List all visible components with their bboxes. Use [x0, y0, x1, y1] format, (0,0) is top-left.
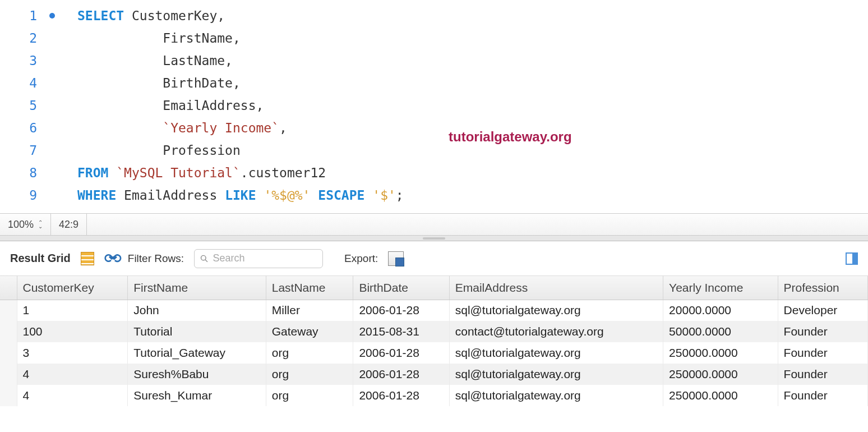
table-cell[interactable]: Suresh_Kumar	[128, 385, 266, 406]
table-cell[interactable]: sql@tutorialgateway.org	[449, 300, 663, 321]
row-selector[interactable]	[0, 300, 17, 321]
table-cell[interactable]: 250000.0000	[663, 342, 778, 364]
row-selector[interactable]	[0, 321, 17, 342]
table-cell[interactable]: Gateway	[266, 321, 353, 342]
column-header[interactable]: FirstName	[128, 276, 266, 300]
table-cell[interactable]: 2006-01-28	[353, 342, 449, 364]
code-line[interactable]: 5 EmailAddress,	[0, 94, 868, 117]
result-grid-label: Result Grid	[10, 252, 71, 265]
code-text[interactable]: EmailAddress,	[44, 98, 264, 113]
table-cell[interactable]: 2006-01-28	[353, 300, 449, 321]
column-header[interactable]: CustomerKey	[17, 276, 128, 300]
breakpoint-icon[interactable]	[49, 13, 55, 19]
sql-editor[interactable]: 1SELECT CustomerKey,2 FirstName,3 LastNa…	[0, 0, 868, 213]
code-text[interactable]: SELECT CustomerKey,	[44, 8, 225, 23]
table-cell[interactable]: org	[266, 342, 353, 364]
code-text[interactable]: WHERE EmailAddress LIKE '%$@%' ESCAPE '$…	[44, 188, 404, 203]
code-text[interactable]: LastName,	[44, 53, 233, 68]
table-row[interactable]: 1JohnMiller2006-01-28sql@tutorialgateway…	[0, 300, 868, 321]
export-icon[interactable]	[388, 251, 404, 266]
code-line[interactable]: 7 Profession	[0, 139, 868, 162]
table-cell[interactable]: org	[266, 385, 353, 406]
table-cell[interactable]: Miller	[266, 300, 353, 321]
code-line[interactable]: 8FROM `MySQL Tutorial`.customer12	[0, 162, 868, 184]
results-table[interactable]: CustomerKeyFirstNameLastNameBirthDateEma…	[0, 276, 868, 406]
results-toolbar: Result Grid ⟳⟲ Filter Rows: Export:	[0, 241, 868, 276]
code-text[interactable]: Profession	[44, 143, 241, 158]
row-selector[interactable]	[0, 364, 17, 385]
panel-toggle-icon[interactable]	[846, 252, 858, 265]
table-cell[interactable]: org	[266, 364, 353, 385]
line-number: 4	[0, 76, 44, 90]
watermark: tutorialgateway.org	[449, 129, 572, 145]
column-header[interactable]: Profession	[778, 276, 867, 300]
table-row[interactable]: 4Suresh_Kumarorg2006-01-28sql@tutorialga…	[0, 385, 868, 406]
table-cell[interactable]: 100	[17, 321, 128, 342]
table-cell[interactable]: 2006-01-28	[353, 364, 449, 385]
column-header[interactable]: EmailAddress	[449, 276, 663, 300]
zoom-stepper[interactable]: ⌃ ⌄	[38, 220, 43, 228]
code-line[interactable]: 4 BirthDate,	[0, 72, 868, 94]
code-text[interactable]: `Yearly Income`,	[44, 121, 287, 135]
code-line[interactable]: 1SELECT CustomerKey,	[0, 4, 868, 27]
status-bar: 100% ⌃ ⌄ 42:9	[0, 213, 868, 236]
table-row[interactable]: 4Suresh%Babuorg2006-01-28sql@tutorialgat…	[0, 364, 868, 385]
line-number: 2	[0, 31, 44, 45]
table-row[interactable]: 3Tutorial_Gatewayorg2006-01-28sql@tutori…	[0, 342, 868, 364]
line-number: 8	[0, 166, 44, 180]
code-line[interactable]: 6 `Yearly Income`,	[0, 117, 868, 139]
code-text[interactable]: BirthDate,	[44, 76, 241, 90]
table-cell[interactable]: 250000.0000	[663, 364, 778, 385]
grid-icon[interactable]	[81, 252, 94, 265]
table-cell[interactable]: Tutorial_Gateway	[128, 342, 266, 364]
table-cell[interactable]: 2006-01-28	[353, 385, 449, 406]
table-cell[interactable]: Developer	[778, 300, 867, 321]
table-cell[interactable]: Founder	[778, 342, 867, 364]
line-number: 7	[0, 143, 44, 158]
table-cell[interactable]: 2015-08-31	[353, 321, 449, 342]
column-header[interactable]: LastName	[266, 276, 353, 300]
code-line[interactable]: 3 LastName,	[0, 49, 868, 72]
export-label: Export:	[344, 252, 378, 265]
zoom-value: 100%	[8, 219, 34, 231]
line-number: 9	[0, 188, 44, 203]
table-cell[interactable]: Founder	[778, 364, 867, 385]
splitter-handle-icon[interactable]	[423, 237, 445, 240]
row-selector[interactable]	[0, 385, 17, 406]
refresh-icon[interactable]: ⟳⟲	[104, 251, 118, 266]
table-cell[interactable]: 4	[17, 364, 128, 385]
zoom-level[interactable]: 100% ⌃ ⌄	[0, 214, 51, 235]
row-selector[interactable]	[0, 342, 17, 364]
cursor-value: 42:9	[59, 219, 79, 231]
table-cell[interactable]: 50000.0000	[663, 321, 778, 342]
line-number: 3	[0, 53, 44, 68]
code-line[interactable]: 9WHERE EmailAddress LIKE '%$@%' ESCAPE '…	[0, 184, 868, 206]
column-header[interactable]: Yearly Income	[663, 276, 778, 300]
chevron-down-icon[interactable]: ⌄	[38, 224, 43, 228]
column-header[interactable]: BirthDate	[353, 276, 449, 300]
table-cell[interactable]: 20000.0000	[663, 300, 778, 321]
line-number: 6	[0, 121, 44, 135]
table-cell[interactable]: 250000.0000	[663, 385, 778, 406]
table-cell[interactable]: sql@tutorialgateway.org	[449, 342, 663, 364]
table-cell[interactable]: Founder	[778, 321, 867, 342]
code-text[interactable]: FROM `MySQL Tutorial`.customer12	[44, 166, 326, 180]
pane-splitter[interactable]	[0, 236, 868, 241]
table-cell[interactable]: 4	[17, 385, 128, 406]
search-icon	[200, 254, 208, 263]
table-row[interactable]: 100TutorialGateway2015-08-31contact@tuto…	[0, 321, 868, 342]
table-cell[interactable]: Suresh%Babu	[128, 364, 266, 385]
code-line[interactable]: 2 FirstName,	[0, 27, 868, 49]
table-cell[interactable]: sql@tutorialgateway.org	[449, 385, 663, 406]
table-cell[interactable]: Founder	[778, 385, 867, 406]
table-cell[interactable]: 3	[17, 342, 128, 364]
row-selector-header	[0, 276, 17, 300]
table-cell[interactable]: contact@tutorialgateway.org	[449, 321, 663, 342]
filter-search[interactable]	[194, 249, 323, 268]
table-cell[interactable]: 1	[17, 300, 128, 321]
table-cell[interactable]: Tutorial	[128, 321, 266, 342]
code-text[interactable]: FirstName,	[44, 31, 241, 45]
filter-input[interactable]	[213, 252, 317, 264]
table-cell[interactable]: John	[128, 300, 266, 321]
table-cell[interactable]: sql@tutorialgateway.org	[449, 364, 663, 385]
